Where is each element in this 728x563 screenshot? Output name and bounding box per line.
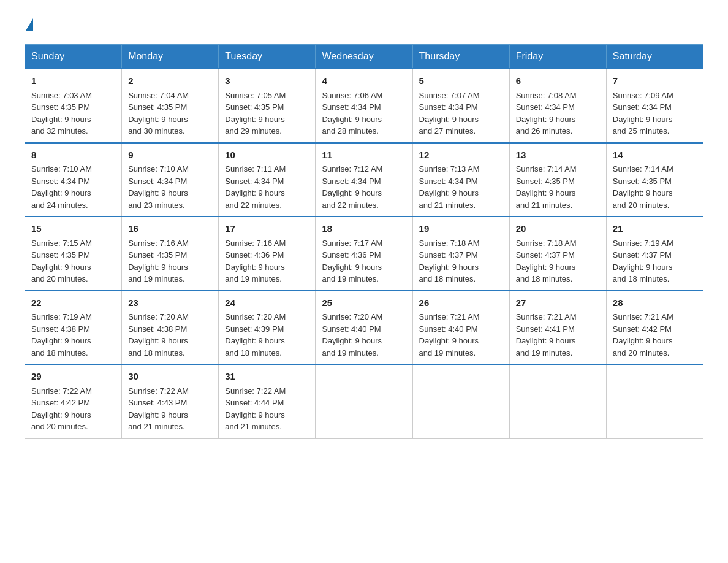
table-row: 25Sunrise: 7:20 AMSunset: 4:40 PMDayligh… xyxy=(316,291,412,365)
day-number: 11 xyxy=(322,148,406,163)
table-row: 24Sunrise: 7:20 AMSunset: 4:39 PMDayligh… xyxy=(219,291,316,365)
page-header xyxy=(25,18,703,32)
table-row: 15Sunrise: 7:15 AMSunset: 4:35 PMDayligh… xyxy=(25,216,122,291)
day-info: Sunrise: 7:22 AMSunset: 4:43 PMDaylight:… xyxy=(128,386,189,432)
day-number: 29 xyxy=(31,370,115,384)
table-row: 8Sunrise: 7:10 AMSunset: 4:34 PMDaylight… xyxy=(25,143,122,217)
table-row: 20Sunrise: 7:18 AMSunset: 4:37 PMDayligh… xyxy=(509,216,606,291)
day-number: 17 xyxy=(225,222,309,236)
calendar-week-4: 22Sunrise: 7:19 AMSunset: 4:38 PMDayligh… xyxy=(25,291,703,365)
day-info: Sunrise: 7:10 AMSunset: 4:34 PMDaylight:… xyxy=(128,164,189,210)
table-row: 28Sunrise: 7:21 AMSunset: 4:42 PMDayligh… xyxy=(606,291,703,365)
day-number: 2 xyxy=(128,74,212,88)
day-info: Sunrise: 7:13 AMSunset: 4:34 PMDaylight:… xyxy=(419,164,480,210)
calendar-week-2: 8Sunrise: 7:10 AMSunset: 4:34 PMDaylight… xyxy=(25,143,703,217)
day-number: 4 xyxy=(322,74,406,88)
day-number: 20 xyxy=(516,222,600,236)
day-info: Sunrise: 7:18 AMSunset: 4:37 PMDaylight:… xyxy=(516,239,577,284)
day-number: 31 xyxy=(225,370,309,384)
day-number: 14 xyxy=(613,148,697,163)
day-info: Sunrise: 7:20 AMSunset: 4:38 PMDaylight:… xyxy=(128,312,189,358)
day-number: 12 xyxy=(419,148,503,163)
table-row: 18Sunrise: 7:17 AMSunset: 4:36 PMDayligh… xyxy=(316,216,412,291)
day-info: Sunrise: 7:06 AMSunset: 4:34 PMDaylight:… xyxy=(322,91,382,136)
day-number: 23 xyxy=(128,296,212,310)
table-row: 30Sunrise: 7:22 AMSunset: 4:43 PMDayligh… xyxy=(122,364,219,438)
day-info: Sunrise: 7:04 AMSunset: 4:35 PMDaylight:… xyxy=(128,91,189,136)
day-number: 8 xyxy=(31,148,115,163)
table-row xyxy=(509,364,606,438)
day-info: Sunrise: 7:20 AMSunset: 4:40 PMDaylight:… xyxy=(322,312,382,358)
day-info: Sunrise: 7:10 AMSunset: 4:34 PMDaylight:… xyxy=(31,164,92,210)
day-of-week-sunday: Sunday xyxy=(25,45,122,69)
table-row: 31Sunrise: 7:22 AMSunset: 4:44 PMDayligh… xyxy=(219,364,316,438)
calendar-week-5: 29Sunrise: 7:22 AMSunset: 4:42 PMDayligh… xyxy=(25,364,703,438)
day-of-week-wednesday: Wednesday xyxy=(316,45,412,69)
table-row: 21Sunrise: 7:19 AMSunset: 4:37 PMDayligh… xyxy=(606,216,703,291)
day-number: 1 xyxy=(31,74,115,88)
day-number: 26 xyxy=(419,296,503,310)
day-of-week-friday: Friday xyxy=(509,45,606,69)
table-row xyxy=(412,364,509,438)
logo xyxy=(25,18,33,32)
day-number: 15 xyxy=(31,222,115,236)
table-row: 2Sunrise: 7:04 AMSunset: 4:35 PMDaylight… xyxy=(122,69,219,143)
day-number: 18 xyxy=(322,222,406,236)
day-info: Sunrise: 7:12 AMSunset: 4:34 PMDaylight:… xyxy=(322,164,382,210)
day-number: 24 xyxy=(225,296,309,310)
calendar-header-row: SundayMondayTuesdayWednesdayThursdayFrid… xyxy=(25,45,703,69)
day-number: 10 xyxy=(225,148,309,163)
day-info: Sunrise: 7:21 AMSunset: 4:40 PMDaylight:… xyxy=(419,312,480,358)
day-info: Sunrise: 7:16 AMSunset: 4:35 PMDaylight:… xyxy=(128,239,189,284)
table-row: 3Sunrise: 7:05 AMSunset: 4:35 PMDaylight… xyxy=(219,69,316,143)
table-row: 16Sunrise: 7:16 AMSunset: 4:35 PMDayligh… xyxy=(122,216,219,291)
table-row xyxy=(606,364,703,438)
table-row: 22Sunrise: 7:19 AMSunset: 4:38 PMDayligh… xyxy=(25,291,122,365)
day-number: 28 xyxy=(613,296,697,310)
day-number: 16 xyxy=(128,222,212,236)
day-number: 27 xyxy=(516,296,600,310)
day-info: Sunrise: 7:16 AMSunset: 4:36 PMDaylight:… xyxy=(225,239,286,284)
day-info: Sunrise: 7:05 AMSunset: 4:35 PMDaylight:… xyxy=(225,91,286,136)
day-info: Sunrise: 7:09 AMSunset: 4:34 PMDaylight:… xyxy=(613,91,673,136)
day-info: Sunrise: 7:21 AMSunset: 4:42 PMDaylight:… xyxy=(613,312,673,358)
table-row: 13Sunrise: 7:14 AMSunset: 4:35 PMDayligh… xyxy=(509,143,606,217)
day-info: Sunrise: 7:20 AMSunset: 4:39 PMDaylight:… xyxy=(225,312,286,358)
day-info: Sunrise: 7:03 AMSunset: 4:35 PMDaylight:… xyxy=(31,91,92,136)
day-number: 25 xyxy=(322,296,406,310)
logo-triangle-icon xyxy=(26,18,33,31)
day-number: 7 xyxy=(613,74,697,88)
day-info: Sunrise: 7:19 AMSunset: 4:37 PMDaylight:… xyxy=(613,239,673,284)
day-info: Sunrise: 7:14 AMSunset: 4:35 PMDaylight:… xyxy=(613,164,673,210)
day-of-week-saturday: Saturday xyxy=(606,45,703,69)
day-info: Sunrise: 7:18 AMSunset: 4:37 PMDaylight:… xyxy=(419,239,480,284)
table-row xyxy=(316,364,412,438)
table-row: 19Sunrise: 7:18 AMSunset: 4:37 PMDayligh… xyxy=(412,216,509,291)
day-of-week-tuesday: Tuesday xyxy=(219,45,316,69)
day-info: Sunrise: 7:21 AMSunset: 4:41 PMDaylight:… xyxy=(516,312,577,358)
table-row: 14Sunrise: 7:14 AMSunset: 4:35 PMDayligh… xyxy=(606,143,703,217)
table-row: 12Sunrise: 7:13 AMSunset: 4:34 PMDayligh… xyxy=(412,143,509,217)
table-row: 29Sunrise: 7:22 AMSunset: 4:42 PMDayligh… xyxy=(25,364,122,438)
day-number: 5 xyxy=(419,74,503,88)
table-row: 5Sunrise: 7:07 AMSunset: 4:34 PMDaylight… xyxy=(412,69,509,143)
table-row: 4Sunrise: 7:06 AMSunset: 4:34 PMDaylight… xyxy=(316,69,412,143)
table-row: 26Sunrise: 7:21 AMSunset: 4:40 PMDayligh… xyxy=(412,291,509,365)
day-info: Sunrise: 7:11 AMSunset: 4:34 PMDaylight:… xyxy=(225,164,286,210)
day-number: 30 xyxy=(128,370,212,384)
table-row: 11Sunrise: 7:12 AMSunset: 4:34 PMDayligh… xyxy=(316,143,412,217)
table-row: 10Sunrise: 7:11 AMSunset: 4:34 PMDayligh… xyxy=(219,143,316,217)
table-row: 6Sunrise: 7:08 AMSunset: 4:34 PMDaylight… xyxy=(509,69,606,143)
day-number: 22 xyxy=(31,296,115,310)
day-number: 9 xyxy=(128,148,212,163)
table-row: 17Sunrise: 7:16 AMSunset: 4:36 PMDayligh… xyxy=(219,216,316,291)
table-row: 1Sunrise: 7:03 AMSunset: 4:35 PMDaylight… xyxy=(25,69,122,143)
day-of-week-thursday: Thursday xyxy=(412,45,509,69)
day-info: Sunrise: 7:08 AMSunset: 4:34 PMDaylight:… xyxy=(516,91,577,136)
day-info: Sunrise: 7:22 AMSunset: 4:44 PMDaylight:… xyxy=(225,386,286,432)
day-number: 13 xyxy=(516,148,600,163)
table-row: 23Sunrise: 7:20 AMSunset: 4:38 PMDayligh… xyxy=(122,291,219,365)
day-of-week-monday: Monday xyxy=(122,45,219,69)
day-number: 21 xyxy=(613,222,697,236)
calendar-table: SundayMondayTuesdayWednesdayThursdayFrid… xyxy=(25,44,703,439)
